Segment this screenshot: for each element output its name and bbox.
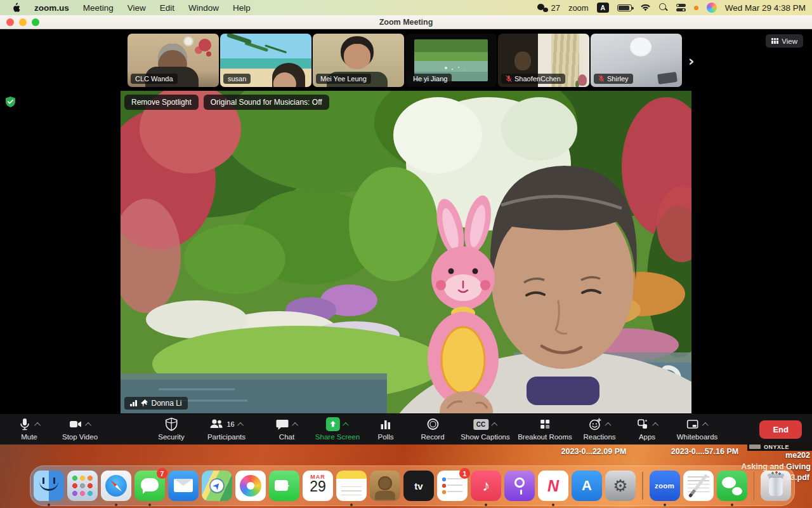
dock-safari[interactable] — [101, 471, 131, 501]
participant-name-tag: Mei Yee Leung — [316, 74, 371, 84]
apps-options-chevron-icon[interactable] — [652, 422, 658, 428]
spotlight-pin-icon — [141, 399, 148, 407]
security-button[interactable]: Security — [158, 417, 185, 441]
dock-photos[interactable] — [235, 471, 266, 501]
menubar-clock[interactable]: Wed Mar 29 4:38 PM — [725, 3, 806, 13]
participant-tile[interactable]: ShaofenCchen — [498, 34, 589, 87]
apple-logo-icon[interactable] — [11, 3, 20, 13]
chat-button[interactable]: Chat — [275, 417, 298, 441]
dock-textedit[interactable] — [683, 471, 714, 501]
dock-facetime[interactable] — [269, 471, 299, 501]
participant-tile[interactable]: Mei Yee Leung — [313, 34, 404, 87]
dock-wechat[interactable] — [717, 471, 747, 501]
birds-decor — [445, 67, 447, 69]
participant-tile[interactable]: Shirley — [591, 34, 682, 87]
share-options-chevron-icon[interactable] — [343, 422, 349, 428]
filmstrip-next-chevron-icon[interactable]: › — [688, 53, 694, 69]
participants-options-chevron-icon[interactable] — [237, 422, 244, 428]
menu-window[interactable]: Window — [188, 3, 219, 13]
dock-app-store[interactable]: A — [572, 471, 602, 501]
participant-tile[interactable]: He yi Jiang — [405, 34, 497, 87]
dock-contacts[interactable] — [370, 471, 400, 501]
original-sound-button[interactable]: Original Sound for Musicians: Off — [204, 95, 329, 110]
participants-icon — [209, 417, 223, 431]
muted-mic-icon — [598, 75, 605, 83]
participant-name-tag: He yi Jiang — [409, 74, 452, 84]
dock-notes[interactable] — [336, 471, 367, 501]
share-screen-icon — [326, 417, 340, 431]
dock-system-settings[interactable]: ⚙ — [605, 471, 636, 501]
record-button[interactable]: Record — [421, 417, 444, 441]
siri-icon[interactable] — [707, 3, 717, 13]
cc-icon: CC — [473, 419, 488, 430]
dock-trash[interactable] — [761, 471, 791, 501]
garden-background — [121, 91, 691, 413]
participant-figure — [272, 63, 305, 87]
remove-spotlight-button[interactable]: Remove Spotlight — [124, 95, 199, 110]
shelf-decor — [657, 72, 678, 84]
chat-bubble-icon — [275, 417, 289, 431]
dock-finder[interactable] — [34, 471, 64, 501]
mute-options-chevron-icon[interactable] — [34, 422, 41, 428]
dock-apple-tv[interactable]: tv — [403, 471, 434, 501]
wall-clock-decor — [183, 36, 193, 46]
mute-button[interactable]: Mute — [18, 417, 41, 441]
apps-icon — [636, 417, 650, 431]
menu-edit[interactable]: Edit — [160, 3, 174, 13]
dock-music[interactable]: ♪ — [471, 471, 501, 501]
menu-help[interactable]: Help — [233, 3, 251, 13]
desktop-file-banner[interactable]: ONYXLE — [747, 443, 812, 451]
control-center-icon[interactable] — [676, 4, 686, 11]
participant-face — [344, 44, 370, 69]
reactions-smiley-icon — [588, 417, 602, 431]
reactions-button[interactable]: Reactions — [583, 417, 615, 441]
whiteboards-options-chevron-icon[interactable] — [702, 422, 709, 428]
security-shield-icon — [164, 417, 178, 431]
input-source-icon[interactable]: A — [597, 3, 609, 13]
polls-button[interactable]: Polls — [378, 417, 394, 441]
breakout-rooms-button[interactable]: Breakout Rooms — [518, 417, 572, 441]
stop-video-button[interactable]: Stop Video — [62, 417, 98, 441]
desktop-file-me202[interactable]: me202 — [785, 451, 810, 460]
menu-meeting[interactable]: Meeting — [83, 3, 114, 13]
search-icon[interactable] — [659, 3, 668, 12]
wifi-icon[interactable] — [640, 4, 651, 12]
view-button[interactable]: View — [766, 34, 803, 48]
participant-tile[interactable]: CLC Wanda — [128, 34, 219, 87]
polls-chart-icon — [379, 417, 393, 431]
reactions-options-chevron-icon[interactable] — [605, 422, 611, 428]
apps-button[interactable]: Apps — [636, 417, 658, 441]
dock-messages[interactable]: 7 — [134, 471, 165, 501]
captions-options-chevron-icon[interactable] — [491, 422, 497, 428]
view-button-label: View — [782, 37, 797, 45]
encryption-shield-icon[interactable] — [6, 97, 15, 107]
dock-maps[interactable] — [202, 471, 232, 501]
dock-mail[interactable] — [168, 471, 199, 501]
show-captions-button[interactable]: CC Show Captions — [461, 417, 509, 441]
zoom-status-item[interactable]: zoom — [568, 3, 589, 13]
whiteboards-button[interactable]: Whiteboards — [677, 417, 718, 441]
wechat-status-item[interactable]: 27 — [537, 3, 560, 13]
participant-name-tag: susan — [223, 74, 251, 84]
battery-icon[interactable] — [617, 4, 632, 11]
window-title-bar[interactable]: Zoom Meeting — [0, 15, 812, 29]
participant-tile[interactable]: susan — [220, 34, 311, 87]
dock-podcasts[interactable] — [504, 471, 535, 501]
share-screen-button[interactable]: Share Screen — [315, 417, 360, 441]
dock-news[interactable]: N — [538, 471, 568, 501]
desktop-file-screenshot-2[interactable]: 2023-0....57.16 PM — [653, 447, 756, 456]
dock-launchpad[interactable] — [67, 471, 98, 501]
record-circle-icon — [426, 417, 440, 431]
chat-options-chevron-icon[interactable] — [292, 422, 298, 428]
desktop-file-screenshot-1[interactable]: 2023-0...22.09 PM — [542, 447, 645, 456]
participant-name-tag: CLC Wanda — [131, 74, 178, 84]
gallery-grid-icon — [771, 38, 778, 44]
end-meeting-button[interactable]: End — [759, 420, 802, 439]
dock-zoom[interactable]: zoom — [650, 471, 680, 501]
dock-calendar[interactable]: MAR29 — [303, 471, 333, 501]
video-options-chevron-icon[interactable] — [85, 422, 91, 428]
menubar-app-name[interactable]: zoom.us — [34, 3, 69, 13]
participants-button[interactable]: 16 Participants — [207, 417, 246, 441]
dock-reminders[interactable]: 1 — [437, 471, 468, 501]
menu-view[interactable]: View — [128, 3, 146, 13]
